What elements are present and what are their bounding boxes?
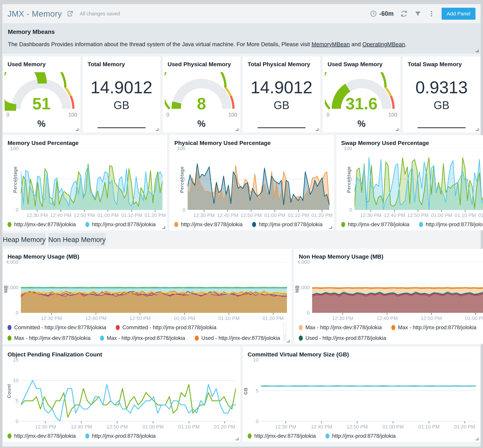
refresh-icon[interactable] [400, 10, 408, 17]
share-icon[interactable] [66, 10, 74, 17]
y-axis-tick-labels: 02,0004,000 [4, 262, 21, 313]
add-panel-button[interactable]: Add Panel [442, 8, 475, 20]
panel-resize-handle[interactable] [236, 438, 239, 440]
panel-resize-handle[interactable] [101, 242, 104, 245]
legend-scrollbar[interactable] [283, 323, 286, 341]
panel-title: Total Memory [83, 56, 160, 69]
legend-series-dot [85, 222, 89, 227]
legend-series-label: Max - http://jmx-dev:8778/jolokia [305, 324, 382, 331]
panel-resize-handle[interactable] [76, 128, 79, 131]
chart-legend: http://jmx-dev:8778/jolokiahttp://jmx-pr… [171, 220, 329, 228]
chart-legend: Max - http://jmx-dev:8778/jolokiaMax - h… [296, 323, 483, 342]
section-header-heap-memory: Heap Memory [3, 233, 46, 246]
used-memory-gauge[interactable]: 51 [5, 72, 78, 111]
stat-value: 0.9313 [415, 78, 468, 97]
legend-item[interactable]: http://jmx-prod:8778/jolokia [419, 221, 483, 228]
panel-resize-handle[interactable] [476, 128, 479, 131]
text-panel-title: Memory Mbeans [8, 28, 475, 35]
y-axis-tick-labels: 0510 [245, 360, 261, 421]
legend-series-label: Max - http://jmx-dev:8778/jolokia [14, 335, 90, 341]
legend-series-dot [174, 222, 178, 227]
panel-resize-handle[interactable] [316, 128, 318, 131]
filter-icon[interactable] [414, 10, 421, 17]
panel-resize-handle[interactable] [476, 50, 479, 52]
legend-series-label: http://jmx-dev:8778/jolokia [254, 433, 316, 439]
panel-resize-handle[interactable] [329, 226, 332, 229]
legend-scrollbar-thumb[interactable] [284, 324, 286, 335]
panel-resize-handle[interactable] [396, 128, 398, 131]
panel-non-heap-memory-usage: Non Heap Memory Usage (MB) MB02,0004,000… [294, 249, 483, 344]
stat-sparkline [97, 127, 146, 128]
chart-legend: Committed - http://jmx-dev:8778/jolokiaC… [4, 323, 287, 342]
legend-item[interactable]: http://jmx-dev:8778/jolokia [174, 221, 243, 228]
x-axis: 12:30 PM12:40 PM12:50 PM01:00 PM01:10 PM… [261, 421, 476, 431]
legend-series-label: http://jmx-dev:8778/jolokia [14, 221, 76, 228]
bottom-charts-row: Object Pending Finalization Count Count0… [3, 347, 480, 442]
panel-total-memory: Total Memory 14.9012 GB [83, 56, 160, 132]
legend-item[interactable]: http://jmx-prod:8778/jolokia [325, 433, 396, 439]
panel-title: Total Physical Memory [243, 56, 320, 69]
chart-plot-area[interactable] [21, 148, 162, 210]
legend-item[interactable]: http://jmx-dev:8778/jolokia [248, 433, 316, 439]
operatingmbean-link[interactable]: OperatingMBean [362, 41, 405, 48]
chart-plot-area[interactable] [312, 262, 483, 313]
legend-item[interactable]: Used - http://jmx-dev:8778/jolokia [195, 335, 280, 341]
chart-plot-area[interactable] [21, 262, 287, 313]
legend-series-dot [85, 433, 89, 439]
chart-legend: http://jmx-dev:8778/jolokiahttp://jmx-pr… [4, 431, 236, 440]
legend-item[interactable]: Max - http://jmx-prod:8778/jolokia [100, 335, 185, 341]
legend-item[interactable]: Committed - http://jmx-dev:8778/jolokia [8, 324, 106, 331]
legend-series-dot [8, 222, 11, 227]
legend-item[interactable]: http://jmx-dev:8778/jolokia [8, 221, 76, 228]
used-physical-memory-gauge[interactable]: 8 [165, 72, 238, 111]
y-axis-tick-labels: 050100 [171, 148, 188, 210]
stat-unit: GB [434, 99, 449, 112]
panel-used-memory: Used Memory 51 0100 % [3, 56, 80, 132]
chart-plot-area[interactable] [188, 148, 329, 210]
legend-series-dot [8, 325, 11, 330]
panel-resize-handle[interactable] [156, 128, 158, 131]
panel-resize-handle[interactable] [162, 226, 165, 229]
legend-item[interactable]: http://jmx-prod:8778/jolokia [252, 221, 322, 228]
x-axis: 12:30 PM12:40 PM12:50 PM01:00 PM01:10 PM… [312, 313, 483, 323]
stats-row: Used Memory 51 0100 % Total Memory 14.90… [3, 56, 480, 132]
chart-plot-area[interactable] [355, 148, 483, 210]
panel-memory-mbeans-text: Memory Mbeans The Dashboards Provides in… [3, 23, 480, 54]
stat-unit: GB [114, 99, 129, 112]
legend-item[interactable]: Committed - http://jmx-prod:8778/jolokia [116, 324, 216, 331]
panel-resize-handle[interactable] [236, 128, 238, 131]
stat-value: 14.9012 [251, 78, 312, 97]
used-swap-memory-gauge[interactable]: 31.6 [325, 72, 398, 111]
legend-item[interactable]: Max - http://jmx-prod:8778/jolokia [391, 324, 476, 331]
dashboard: JMX - Memory All changes saved -60m [2, 4, 481, 447]
legend-item[interactable]: http://jmx-dev:8778/jolokia [8, 433, 76, 439]
legend-item[interactable]: Max - http://jmx-dev:8778/jolokia [8, 335, 90, 341]
legend-item[interactable]: Max - http://jmx-dev:8778/jolokia [299, 324, 382, 331]
panel-total-physical-memory: Total Physical Memory 14.9012 GB [243, 56, 320, 132]
panel-title: Used Physical Memory [163, 56, 240, 69]
panel-physical-memory-used-percentage: Physical Memory Used Percentage Percenta… [169, 135, 334, 230]
panel-resize-handle[interactable] [41, 242, 44, 245]
panel-title: Used Memory [3, 56, 80, 69]
panel-title: Memory Used Percentage [3, 135, 167, 147]
time-range-control[interactable]: -60m [370, 10, 394, 17]
panel-committed-virtual-memory-size: Committed Virtual Memory Size (GB) GB051… [243, 347, 480, 442]
legend-item[interactable]: http://jmx-prod:8778/jolokia [85, 433, 156, 439]
section-title: Non Heap Memory [48, 236, 106, 243]
legend-item[interactable]: http://jmx-dev:8778/jolokia [341, 221, 410, 228]
memorymbean-link[interactable]: MemoryMBean [312, 41, 350, 48]
panel-resize-handle[interactable] [287, 340, 290, 342]
stat-sparkline [258, 127, 306, 128]
chart-plot-area[interactable] [261, 360, 476, 421]
panel-resize-handle[interactable] [476, 438, 479, 440]
legend-item[interactable]: http://jmx-prod:8778/jolokia [85, 221, 156, 228]
panel-total-swap-memory: Total Swap Memory 0.9313 GB [403, 56, 480, 132]
text-panel-description: The Dashboards Provides information abou… [8, 41, 475, 48]
chart-plot-area[interactable] [21, 360, 236, 421]
x-axis: 12:30 PM12:40 PM12:50 PM01:00 PM01:10 PM… [21, 313, 287, 323]
legend-series-dot [195, 336, 199, 341]
legend-item[interactable]: Used - http://jmx-prod:8778/jolokia [299, 335, 386, 341]
panel-title: Used Swap Memory [323, 56, 400, 69]
kebab-menu-icon[interactable] [428, 10, 435, 17]
dashboard-header: JMX - Memory All changes saved -60m [2, 4, 481, 23]
